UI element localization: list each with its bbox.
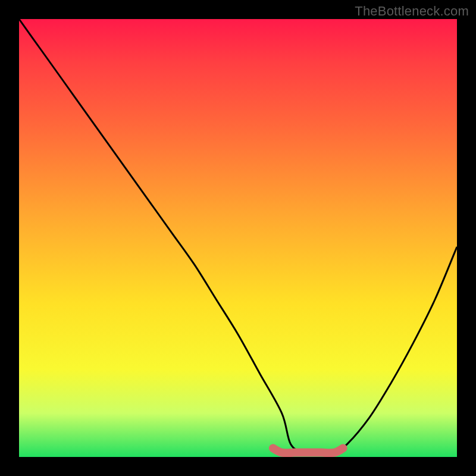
chart-frame: TheBottleneck.com xyxy=(0,0,476,476)
bottleneck-curve xyxy=(19,19,457,453)
highlight-band xyxy=(273,448,343,453)
curve-layer xyxy=(19,19,457,457)
watermark-text: TheBottleneck.com xyxy=(355,4,469,19)
plot-area xyxy=(19,19,457,457)
